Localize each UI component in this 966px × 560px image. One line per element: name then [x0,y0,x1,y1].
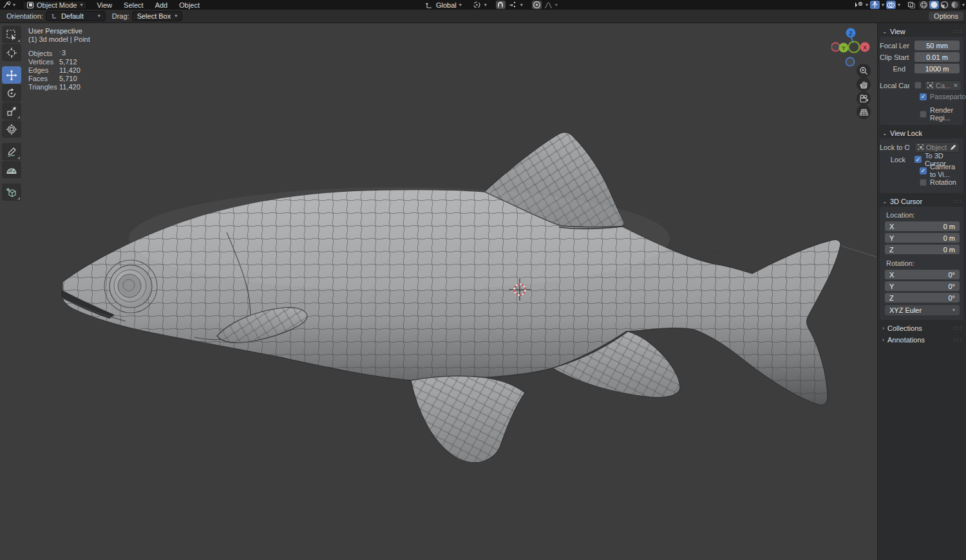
measure-tool[interactable] [2,161,21,178]
gizmo-minus-z-axis[interactable] [846,58,855,66]
clip-end-field[interactable]: 1000 m [914,64,960,73]
chevron-down-icon[interactable]: ▾ [866,3,868,8]
gizmo-z-label: Z [849,30,853,37]
passepartout-label: Passepartout [930,93,966,100]
transform-tool[interactable] [2,120,21,138]
camera-to-view-checkbox[interactable]: ✓ [920,167,927,174]
move-tool[interactable] [2,66,21,84]
gizmo-minus-x-axis[interactable] [831,43,840,51]
chevron-down-icon[interactable]: ▾ [882,3,884,8]
lock-rotation-label: Rotation [930,178,956,186]
drag-handle-icon[interactable]: ∷∷ [954,325,963,331]
focal-length-row: Focal Len... 50 mm [880,40,961,51]
shading-material-button[interactable] [940,1,949,9]
lock-label: Lock [880,156,909,163]
cursor-tool[interactable] [2,44,21,61]
chevron-down-icon[interactable]: ▾ [520,3,523,8]
menu-object[interactable]: Object [173,1,205,9]
clip-end-row: End 1000 m [880,63,961,74]
panel-view-header[interactable]: ⌄ View ∷∷ [880,26,963,37]
zoom-button[interactable] [857,64,871,78]
menu-select[interactable]: Select [118,1,149,9]
chevron-down-icon[interactable]: ▾ [962,3,965,8]
cursor-rotation-z-field[interactable]: Z0° [885,293,960,303]
select-box-tool[interactable] [2,26,21,43]
cursor-location-y-field[interactable]: Y0 m [885,233,960,243]
panel-3d-cursor-header[interactable]: ⌄ 3D Cursor ∷∷ [880,196,963,207]
camera-to-view-label: Camera to Vi... [930,163,961,178]
top-menu-bar: ▾ Object Mode ▾ View Select Add Object G… [0,0,966,10]
drag-dropdown[interactable]: Select Box ▾ [132,11,183,21]
chevron-down-icon: ▾ [952,308,955,313]
chevron-down-icon[interactable]: ▾ [555,3,558,8]
mode-selector[interactable]: Object Mode ▾ [23,1,87,10]
cursor-rotation-y-field[interactable]: Y0° [885,281,960,291]
navigation-gizmo[interactable]: Z Y X [831,25,871,66]
show-overlays-button[interactable] [886,1,896,9]
clip-start-field[interactable]: 0.01 m [914,52,960,62]
xray-toggle-button[interactable] [907,1,916,9]
shading-rendered-button[interactable] [950,1,960,9]
orientation-dropdown[interactable]: Default ▾ [46,11,106,21]
passepartout-checkbox[interactable]: ✓ [920,93,927,100]
chevron-down-icon[interactable]: ▾ [459,3,462,8]
gizmo-minus-y-axis[interactable] [849,42,860,53]
cursor-location-x-field[interactable]: X0 m [885,221,960,231]
viewport-display-cluster: ▾ ▾ ▾ [854,0,965,10]
pivot-point-button[interactable] [472,1,482,9]
rotate-tool[interactable] [2,84,21,102]
perspective-toggle-button[interactable] [857,105,871,119]
material-sphere-icon [940,1,949,9]
show-gizmo-button[interactable] [870,1,880,9]
cursor-location-y-row: Y0 m [880,232,961,243]
drag-handle-icon[interactable]: ∷∷ [954,28,963,35]
chevron-down-icon[interactable]: ▾ [898,3,900,8]
eyedropper-icon[interactable] [950,144,956,151]
panel-view-lock-header[interactable]: ⌄ View Lock [880,127,963,138]
cursor-tool-icon [6,47,17,59]
panel-view-lock-title: View Lock [890,129,922,137]
add-cube-tool[interactable] [2,183,21,201]
options-button[interactable]: Options [928,11,964,21]
focal-length-field[interactable]: 50 mm [914,41,960,50]
drag-handle-icon[interactable]: ∷∷ [954,198,963,205]
local-camera-picker[interactable]: Ca... ✕ [924,80,961,91]
lock-rotation-checkbox[interactable] [920,179,927,186]
lock-to-object-picker[interactable]: Object [914,142,960,153]
cursor-location-z-field[interactable]: Z0 m [885,245,960,254]
menu-view[interactable]: View [91,1,118,9]
snap-toggle-button[interactable] [496,1,506,9]
drag-handle-icon[interactable]: ∷∷ [954,337,963,343]
panel-view-lock: ⌄ View Lock Lock to O... Object [880,127,963,193]
perspective-grid-icon [859,108,869,117]
to-3d-cursor-checkbox[interactable]: ✓ [914,156,922,163]
panel-collections-title: Collections [887,324,922,332]
pan-button[interactable] [857,77,871,91]
menu-add[interactable]: Add [149,1,174,9]
camera-data-icon [927,82,933,88]
snap-target-button[interactable] [508,1,518,9]
cursor-rotation-x-field[interactable]: X0° [885,270,960,279]
render-region-checkbox[interactable] [920,111,927,118]
objects-mark: ’ [59,50,61,57]
3d-viewport[interactable]: User Perspective (1) 3d model | Point Ob… [0,23,877,560]
annotate-tool[interactable] [2,143,21,160]
editor-type-selector[interactable]: ▾ [0,1,19,9]
blender-window: ▾ Object Mode ▾ View Select Add Object G… [0,0,966,560]
object-mode-icon [27,2,33,8]
proportional-edit-button[interactable] [532,1,542,9]
clear-icon[interactable]: ✕ [953,82,958,89]
orientation-value[interactable]: Global [436,1,457,9]
local-camera-label: Local Cam... [880,82,909,89]
shading-wireframe-button[interactable] [919,1,929,9]
panel-annotations[interactable]: › Annotations ∷∷ [880,334,963,346]
move-icon [6,70,17,81]
chevron-down-icon[interactable]: ▾ [484,3,487,8]
scale-tool[interactable] [2,102,21,120]
local-camera-checkbox[interactable] [914,82,922,89]
camera-view-button[interactable] [857,91,871,106]
panel-collections[interactable]: › Collections ∷∷ [880,322,963,334]
visibility-button[interactable] [854,1,864,9]
shading-solid-button[interactable] [929,1,939,9]
rotation-mode-dropdown[interactable]: XYZ Euler ▾ [885,305,960,315]
